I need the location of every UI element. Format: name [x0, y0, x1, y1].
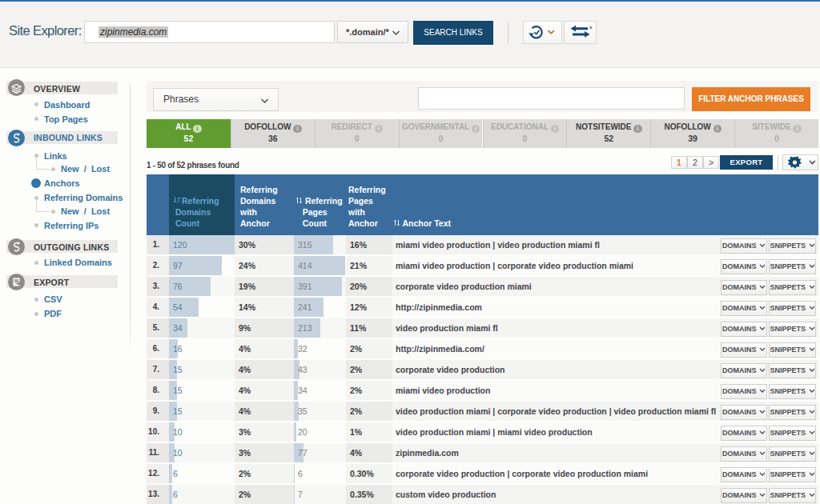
svg-text:s: s [589, 25, 593, 30]
